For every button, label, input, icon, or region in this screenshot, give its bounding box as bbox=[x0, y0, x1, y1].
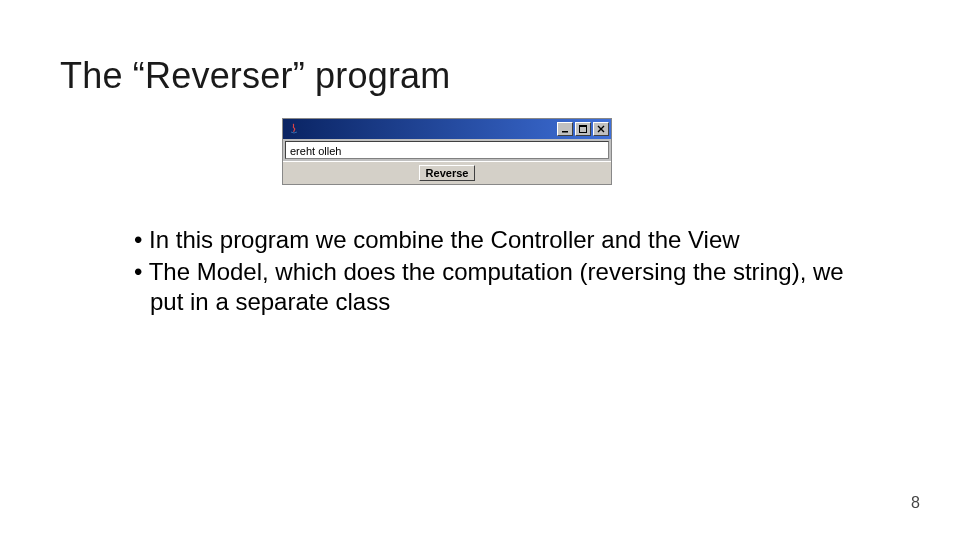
maximize-button[interactable] bbox=[575, 122, 591, 136]
bullet-item: • In this program we combine the Control… bbox=[130, 225, 870, 255]
close-button[interactable] bbox=[593, 122, 609, 136]
window-titlebar bbox=[283, 119, 611, 139]
minimize-button[interactable] bbox=[557, 122, 573, 136]
bullet-list: • In this program we combine the Control… bbox=[130, 225, 870, 319]
svg-rect-0 bbox=[562, 131, 568, 133]
java-icon bbox=[287, 122, 301, 136]
bullet-item: • The Model, which does the computation … bbox=[130, 257, 870, 317]
reverse-button[interactable]: Reverse bbox=[419, 165, 476, 181]
svg-rect-2 bbox=[580, 126, 587, 128]
slide-title: The “Reverser” program bbox=[60, 55, 451, 97]
java-window: ereht olleh Reverse bbox=[282, 118, 612, 185]
button-row: Reverse bbox=[283, 161, 611, 184]
page-number: 8 bbox=[911, 494, 920, 512]
slide: The “Reverser” program ereht olleh Rever… bbox=[0, 0, 960, 540]
bullet-text: The Model, which does the computation (r… bbox=[149, 258, 844, 315]
text-input[interactable]: ereht olleh bbox=[285, 141, 609, 159]
bullet-text: In this program we combine the Controlle… bbox=[149, 226, 740, 253]
